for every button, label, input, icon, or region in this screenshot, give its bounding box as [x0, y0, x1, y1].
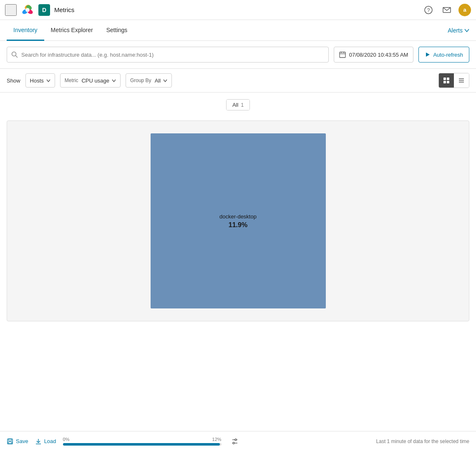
search-field-wrap[interactable] — [7, 47, 329, 63]
list-icon — [458, 77, 465, 84]
svg-line-9 — [16, 56, 18, 58]
svg-point-4 — [25, 8, 30, 12]
alerts-label: Alerts — [448, 27, 463, 34]
chevron-down-icon — [112, 79, 116, 82]
user-avatar[interactable]: a — [458, 4, 471, 16]
topbar-icons: ? a — [422, 3, 471, 17]
svg-rect-10 — [340, 52, 345, 58]
chevron-down-icon — [163, 79, 167, 82]
help-icon: ? — [424, 6, 433, 14]
metric-label: Metric — [65, 78, 78, 83]
waffle-block-value: 11.9% — [229, 221, 247, 229]
calendar-icon — [339, 51, 346, 58]
date-value: 07/08/2020 10:43:55 AM — [349, 52, 408, 58]
group-tab-all-label: All — [232, 102, 238, 108]
view-toggle — [438, 73, 469, 88]
chevron-down-icon — [46, 79, 50, 82]
group-tab-all[interactable]: All 1 — [227, 100, 249, 110]
chevron-down-icon — [464, 29, 469, 32]
group-tab-all-count: 1 — [241, 102, 244, 108]
search-row: 07/08/2020 10:43:55 AM Auto-refresh — [0, 41, 476, 69]
mail-icon-button[interactable] — [440, 3, 453, 17]
grid-view-button[interactable] — [439, 73, 454, 88]
groupby-label: Group By — [130, 78, 151, 83]
group-tab-row: All 1 — [7, 99, 469, 115]
svg-rect-15 — [443, 78, 446, 80]
autorefresh-button[interactable]: Auto-refresh — [418, 47, 469, 63]
svg-point-8 — [12, 52, 16, 56]
metric-filter[interactable]: Metric CPU usage — [60, 73, 121, 88]
play-icon — [425, 52, 431, 58]
autorefresh-label: Auto-refresh — [433, 52, 463, 58]
svg-rect-16 — [447, 78, 449, 80]
svg-marker-14 — [426, 53, 430, 57]
alerts-button[interactable]: Alerts — [448, 27, 469, 34]
hamburger-button[interactable] — [5, 4, 17, 16]
topbar: D Metrics ? a — [0, 0, 476, 20]
help-icon-button[interactable]: ? — [422, 3, 435, 17]
show-label: Show — [7, 78, 20, 84]
tab-nav: Inventory Metrics Explorer Settings Aler… — [0, 20, 476, 41]
group-tabs: All 1 — [226, 99, 250, 110]
main-content: All 1 docker-desktop 11.9% — [0, 93, 476, 328]
waffle-container: docker-desktop 11.9% — [7, 120, 469, 321]
tab-metrics-explorer[interactable]: Metrics Explorer — [44, 20, 100, 41]
metric-value: CPU usage — [81, 78, 109, 84]
svg-rect-17 — [443, 81, 446, 83]
elastic-logo — [21, 3, 34, 17]
hosts-filter[interactable]: Hosts — [25, 73, 55, 88]
svg-text:?: ? — [427, 7, 430, 13]
waffle-block-docker-desktop[interactable]: docker-desktop 11.9% — [151, 133, 326, 308]
groupby-filter[interactable]: Group By All — [126, 73, 172, 88]
filter-row: Show Hosts Metric CPU usage Group By All — [0, 69, 476, 93]
date-picker[interactable]: 07/08/2020 10:43:55 AM — [334, 47, 414, 63]
nav-tabs: Inventory Metrics Explorer Settings — [7, 20, 448, 40]
app-badge: D — [38, 4, 50, 16]
grid-icon — [443, 77, 450, 84]
list-view-button[interactable] — [454, 73, 469, 88]
hosts-value: Hosts — [30, 78, 44, 84]
search-icon — [11, 51, 18, 58]
mail-icon — [443, 7, 451, 13]
tab-settings[interactable]: Settings — [100, 20, 134, 41]
waffle-block-name: docker-desktop — [219, 213, 257, 220]
app-title: Metrics — [54, 6, 418, 13]
svg-rect-18 — [447, 81, 449, 83]
search-input[interactable] — [21, 52, 324, 58]
groupby-value: All — [155, 78, 161, 84]
tab-inventory[interactable]: Inventory — [7, 20, 44, 41]
